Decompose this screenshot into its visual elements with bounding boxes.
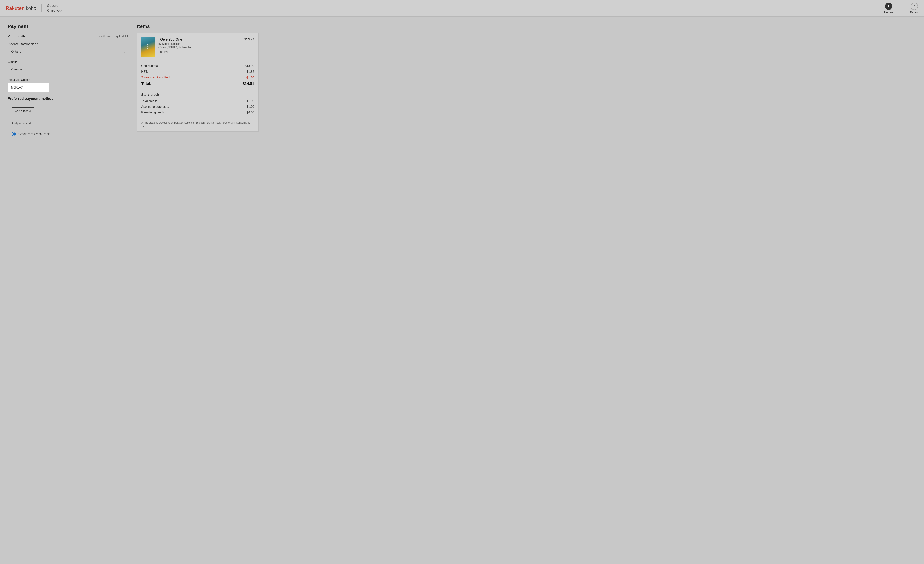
grand-total-row: Total: $14.81 <box>141 81 254 86</box>
payment-method-title: Preferred payment method <box>8 96 129 101</box>
book-cover-text: I OweYouOne <box>145 43 151 51</box>
step-payment: 1 Payment <box>884 3 893 14</box>
book-item-row: I OweYouOne I Owe You One $13.99 by Soph… <box>137 33 258 61</box>
items-title: Items <box>137 23 259 29</box>
footer-note: All transactions processed by Rakuten Ko… <box>137 118 258 131</box>
remaining-label: Remaining credit: <box>141 111 165 114</box>
country-select[interactable]: Canada <box>8 65 129 74</box>
right-panel: Items I OweYouOne I Owe You One $13.99 b… <box>137 23 259 140</box>
credit-card-label: Credit card / Visa Debit <box>18 132 50 136</box>
add-gift-card-button[interactable]: Add gift card <box>12 107 34 114</box>
province-select[interactable]: Ontario <box>8 47 129 56</box>
applied-label: Applied to purchase: <box>141 105 169 108</box>
country-field-group: Country * Canada ⌄ <box>8 60 129 74</box>
required-note: * indicates a required field <box>99 35 129 38</box>
header-left: Rakuten kobo Secure Checkout <box>6 3 62 13</box>
step-2-label: Review <box>910 11 918 14</box>
step-1-circle: 1 <box>885 3 892 10</box>
hst-row: HST: $1.82 <box>141 70 254 74</box>
payment-title: Payment <box>8 23 129 29</box>
add-promo-code-button[interactable]: Add promo code <box>12 122 33 125</box>
totals-section: Cart subtotal: $13.99 HST: $1.82 Store c… <box>137 61 258 89</box>
remaining-value: $0.00 <box>247 111 254 114</box>
logo-text: Rakuten kobo <box>6 5 36 11</box>
total-credit-label: Total credit: <box>141 99 157 103</box>
postal-label: Postal/Zip Code * <box>8 78 129 81</box>
postal-field-group: Postal/Zip Code * <box>8 78 129 92</box>
province-label: Province/State/Region * <box>8 42 129 45</box>
step-1-label: Payment <box>884 11 893 14</box>
remaining-row: Remaining credit: $0.00 <box>141 111 254 114</box>
cart-subtotal-value: $13.99 <box>245 64 254 68</box>
your-details-title: Your details <box>8 35 26 38</box>
applied-value: -$1.00 <box>246 105 254 108</box>
item-title-row: I Owe You One $13.99 <box>158 38 254 42</box>
book-price: $13.99 <box>244 38 254 41</box>
item-details: I Owe You One $13.99 by Sophie Kinsella … <box>158 38 254 53</box>
book-author: by Sophie Kinsella <box>158 42 254 45</box>
remove-item-button[interactable]: Remove <box>158 50 168 53</box>
store-credit-title: Store credit <box>141 93 254 97</box>
your-details-header: Your details * indicates a required fiel… <box>8 35 129 38</box>
store-credit-applied-value: -$1.00 <box>246 76 254 79</box>
items-box: I OweYouOne I Owe You One $13.99 by Soph… <box>137 33 259 132</box>
postal-input[interactable] <box>8 83 50 92</box>
book-format: eBook (EPUB 3, Reflowable) <box>158 46 254 49</box>
hst-label: HST: <box>141 70 148 74</box>
country-label: Country * <box>8 60 129 63</box>
left-panel: Payment Your details * indicates a requi… <box>8 23 129 140</box>
total-credit-row: Total credit: $1.00 <box>141 99 254 103</box>
payment-method-box: Add gift card Add promo code Credit card… <box>8 104 129 140</box>
credit-card-section[interactable]: Credit card / Visa Debit <box>8 128 129 140</box>
gift-card-section: Add gift card <box>8 104 129 118</box>
radio-selected-indicator <box>12 133 15 135</box>
secure-checkout-text: Secure Checkout <box>47 3 62 13</box>
main-content: Payment Your details * indicates a requi… <box>0 17 266 147</box>
book-title: I Owe You One <box>158 38 182 42</box>
cart-subtotal-row: Cart subtotal: $13.99 <box>141 64 254 68</box>
province-field-group: Province/State/Region * Ontario ⌄ <box>8 42 129 56</box>
checkout-steps: 1 Payment 2 Review <box>884 3 918 14</box>
header: Rakuten kobo Secure Checkout 1 Payment 2… <box>0 0 924 17</box>
logo-underline <box>6 11 36 11</box>
step-connector <box>896 6 908 6</box>
store-credit-section: Store credit Total credit: $1.00 Applied… <box>137 89 258 118</box>
logo: Rakuten kobo <box>6 5 36 11</box>
cart-subtotal-label: Cart subtotal: <box>141 64 159 68</box>
store-credit-applied-label: Store credit applied: <box>141 76 171 79</box>
province-select-wrapper[interactable]: Ontario ⌄ <box>8 47 129 56</box>
total-value: $14.81 <box>243 81 254 86</box>
total-label: Total: <box>141 81 152 86</box>
total-credit-value: $1.00 <box>247 99 254 103</box>
hst-value: $1.82 <box>247 70 254 74</box>
book-cover-image: I OweYouOne <box>141 38 155 57</box>
applied-row: Applied to purchase: -$1.00 <box>141 105 254 108</box>
step-2-circle: 2 <box>911 3 918 10</box>
credit-card-radio-button[interactable] <box>12 132 16 136</box>
step-review: 2 Review <box>910 3 918 14</box>
promo-code-section: Add promo code <box>8 118 129 128</box>
country-select-wrapper[interactable]: Canada ⌄ <box>8 65 129 74</box>
credit-card-radio-option[interactable]: Credit card / Visa Debit <box>12 132 125 136</box>
store-credit-applied-row: Store credit applied: -$1.00 <box>141 76 254 79</box>
